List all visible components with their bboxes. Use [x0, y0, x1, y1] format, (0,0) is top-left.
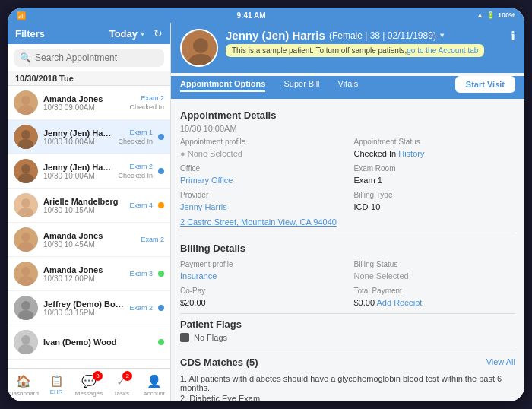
patient-list: Amanda Jones 10/30 09:00AM Exam 2 Checke… [8, 86, 170, 368]
exam-badge: Exam 4 [129, 201, 153, 209]
payment-profile-value: Insurance [180, 271, 217, 281]
header-actions: Appointment Options Super Bill Vitals St… [171, 76, 524, 99]
status-dot [158, 305, 164, 311]
patient-details-text: (Female | 38 | 02/11/1989) [329, 30, 436, 41]
list-item[interactable]: Amanda Jones 10/30 09:00AM Exam 2 Checke… [8, 86, 170, 120]
account-link[interactable]: go to the Account tab [407, 46, 478, 55]
patient-info: Jenny (Jen) Harris 10/30 10:00AM [43, 163, 112, 180]
patient-header-avatar [180, 29, 218, 67]
exam-badge: Exam 1 [129, 128, 153, 136]
patient-time: 10/30 09:00AM [43, 103, 124, 112]
nav-messages[interactable]: 💬 3 Messages [73, 371, 106, 400]
nav-dashboard-label: Dashboard [9, 390, 39, 397]
list-item[interactable]: Jenny (Jen) Harris 10/30 10:00AM Exam 1 … [8, 120, 170, 154]
list-item[interactable]: Arielle Mandelberg 10/30 10:15AM Exam 4 [8, 189, 170, 223]
tab-vitals[interactable]: Vitals [338, 77, 359, 92]
appt-status-label: Appointment Status [354, 138, 516, 146]
list-item[interactable]: Amanda Jones 10/30 12:00PM Exam 3 [8, 257, 170, 291]
search-input[interactable] [35, 52, 158, 63]
today-chevron: ▾ [141, 30, 144, 38]
address-link[interactable]: 2 Castro Street, Mountain View, CA 94040 [180, 217, 515, 227]
patient-meta: Exam 2 Checked In [118, 163, 153, 179]
patient-time: 10/30 10:45AM [43, 240, 135, 249]
info-button[interactable]: ℹ [511, 29, 515, 43]
appt-status-field: Appointment Status Checked In History [354, 138, 516, 160]
svg-point-16 [21, 267, 30, 276]
receipt-link[interactable]: Receipt [394, 298, 422, 307]
billing-type-value: ICD-10 [354, 202, 381, 211]
total-payment-row: $0.00 Add Receipt [354, 298, 423, 307]
divider-2 [180, 313, 515, 314]
status-text: Checked In [118, 172, 153, 179]
status-text: Checked In [129, 103, 164, 111]
avatar [14, 193, 38, 217]
appt-profile-value: ● None Selected [180, 149, 242, 158]
exam-badge: Exam 2 [129, 163, 153, 170]
billing-status-field: Billing Status None Selected [354, 260, 516, 282]
appt-fields-grid: Appointment profile ● None Selected Appo… [180, 138, 515, 213]
patient-time: 10/30 12:00PM [43, 274, 124, 283]
tab-super-bill[interactable]: Super Bill [283, 77, 319, 92]
flags-title: Patient Flags [180, 319, 515, 330]
date-header: 10/30/2018 Tue [8, 71, 170, 86]
patient-name: Amanda Jones [43, 231, 135, 240]
patient-info: Amanda Jones 10/30 12:00PM [43, 265, 124, 283]
status-dot [158, 134, 164, 140]
cds-view-all[interactable]: View All [486, 357, 515, 366]
bottom-nav: 🏠 Dashboard 📋 EHR 💬 3 Messages [8, 368, 170, 401]
status-dot [158, 168, 164, 174]
signal-icon: ▲ [477, 11, 483, 19]
start-visit-button[interactable]: Start Visit [455, 76, 515, 93]
patient-info: Jenny (Jen) Harris 10/30 10:00AM [43, 128, 112, 146]
device-frame: 📶 9:41 AM ▲ 🔋 100% Filters Today ▾ ↻ 🔍 [8, 8, 524, 401]
today-button[interactable]: Today [109, 28, 138, 40]
list-item[interactable]: Jenny (Jen) Harris 10/30 10:00AM Exam 2 … [8, 154, 170, 189]
list-item[interactable]: Jeffrey (Demo) Boyer 10/30 03:15PM Exam … [8, 291, 170, 325]
patient-time: 10/30 10:15AM [43, 206, 124, 214]
main-content: Filters Today ▾ ↻ 🔍 10/30/2018 Tue [8, 23, 524, 401]
list-item[interactable]: Ivan (Demo) Wood [8, 325, 170, 360]
tab-appointment-options[interactable]: Appointment Options [180, 77, 265, 92]
appt-profile-text: None Selected [188, 149, 242, 158]
account-icon: 👤 [147, 374, 162, 388]
svg-point-7 [21, 164, 30, 173]
cds-item-2: 2. Diabetic Eye Exam [180, 394, 515, 401]
nav-ehr[interactable]: 📋 EHR [40, 372, 73, 398]
avatar [14, 330, 38, 354]
history-link[interactable]: History [398, 149, 424, 158]
list-item[interactable]: Amanda Jones 10/30 10:45AM Exam 2 [8, 223, 170, 257]
flags-row: No Flags [180, 333, 515, 342]
nav-account[interactable]: 👤 Account [138, 371, 170, 400]
sample-badge: This is a sample patient. To turn off sa… [226, 44, 484, 57]
patient-full-name: Jenny (Jen) Harris (Female | 38 | 02/11/… [226, 29, 503, 42]
add-payment-link[interactable]: Add [376, 298, 391, 307]
dashboard-icon: 🏠 [16, 374, 31, 388]
ehr-icon: 📋 [50, 375, 63, 387]
patient-header: Jenny (Jen) Harris (Female | 38 | 02/11/… [171, 23, 524, 73]
search-bar[interactable]: 🔍 [14, 49, 164, 67]
exam-badge: Exam 2 [141, 236, 164, 243]
cds-section-header: CDS Matches (5) View All [180, 352, 515, 371]
patient-info: Amanda Jones 10/30 10:45AM [43, 231, 135, 249]
avatar [14, 125, 38, 149]
refresh-button[interactable]: ↻ [154, 27, 163, 40]
payment-profile-label: Payment profile [180, 260, 342, 268]
patient-name: Arielle Mandelberg [43, 197, 124, 206]
billing-status-label: Billing Status [354, 260, 516, 268]
nav-ehr-label: EHR [50, 388, 63, 395]
battery-icon: 🔋 [486, 11, 495, 19]
sample-text: This is a sample patient. To turn off sa… [232, 46, 407, 55]
exam-room-value: Exam 1 [354, 176, 382, 185]
nav-dashboard[interactable]: 🏠 Dashboard [8, 371, 40, 400]
patient-meta: Exam 4 [129, 201, 153, 209]
patient-name: Ivan (Demo) Wood [43, 338, 153, 347]
patient-name: Jenny (Jen) Harris [43, 163, 112, 172]
flag-value: No Flags [194, 333, 227, 342]
nav-tasks[interactable]: ✓ 2 Tasks [105, 371, 138, 400]
svg-point-1 [21, 96, 30, 105]
provider-value: Jenny Harris [180, 202, 227, 211]
sidebar-header: Filters Today ▾ ↻ [8, 23, 170, 44]
total-payment-field: Total Payment $0.00 Add Receipt [354, 287, 516, 309]
svg-point-25 [193, 38, 208, 53]
patient-name: Amanda Jones [43, 265, 124, 274]
